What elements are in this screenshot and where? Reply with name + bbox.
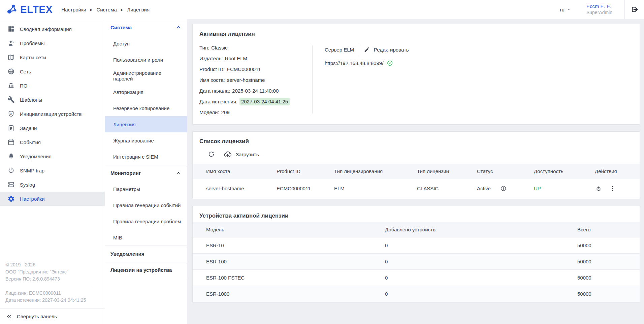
sidebar-footer: © 2019 - 2026 ООО "Предприятие "Элтекс" …	[0, 261, 105, 309]
sidebar-item-label: Syslog	[20, 182, 35, 188]
header: ELTEX Настройки Система Лицензия ru E	[0, 0, 644, 19]
submenu-item-label: Журналирование	[113, 138, 154, 143]
sidebar-item[interactable]: Уведомления	[0, 149, 105, 163]
sidebar-item[interactable]: Syslog	[0, 177, 105, 192]
license-field: Издатель:Root ELM	[199, 56, 312, 62]
license-field: Дата истечения:2027-03-24 04:41:25	[199, 99, 312, 105]
sidebar-item[interactable]: Задачи	[0, 121, 105, 135]
license-table-header: Имя хостаProduct IDТип лицензированияТип…	[193, 164, 640, 179]
submenu-item[interactable]: Лицензия	[105, 116, 187, 132]
edit-elm-server-button[interactable]: Редактировать	[364, 46, 409, 53]
breadcrumb-item[interactable]: Лицензия	[127, 7, 150, 12]
collapse-panel-button[interactable]: Свернуть панель	[0, 309, 105, 324]
sidebar-item[interactable]: Настройки	[0, 192, 105, 206]
submenu-item-label: Интеграция с SIEM	[113, 154, 158, 160]
edit-label: Редактировать	[374, 47, 409, 53]
info-icon[interactable]	[500, 185, 507, 192]
cell-product-id: ECMC0000011	[277, 186, 334, 191]
submenu-item[interactable]: Параметры	[105, 181, 187, 197]
cell-model: ESR-100	[206, 259, 385, 264]
sidebar-item-label: SNMP trap	[20, 168, 44, 173]
submenu-item[interactable]: Журналирование	[105, 132, 187, 149]
license-devices-card: Устройства активной лицензии МодельДобав…	[192, 206, 640, 302]
device-row: ESR-100 0 50000	[193, 254, 640, 270]
sidebar-item-label: Карты сети	[20, 55, 46, 60]
license-list-card: Список лицензий Загрузить Имя хостаProdu…	[192, 131, 640, 199]
submenu-item[interactable]: Правила генерации проблем	[105, 213, 187, 229]
license-expiry-text: Дата истечения: 2027-03-24 04:41:25	[5, 297, 99, 304]
logo[interactable]: ELTEX	[0, 4, 53, 15]
submenu-item[interactable]: Резервное копирование	[105, 100, 187, 116]
submenu-item[interactable]: Пользователи и роли	[105, 52, 187, 68]
sidebar-item-label: События	[20, 139, 41, 145]
check-circle-icon	[387, 60, 393, 66]
submenu-item[interactable]: Авторизация	[105, 84, 187, 100]
license-table-rows: server-hostname ECMC0000011 ELM CLASSIC …	[193, 179, 640, 198]
user-role: SuperAdmin	[586, 10, 612, 16]
sidebar-item[interactable]: Шаблоны	[0, 93, 105, 107]
submenu-item[interactable]: Администрирование паролей	[105, 68, 187, 84]
breadcrumb-item[interactable]: Настройки	[61, 7, 86, 12]
submenu-section-label: Лицензии на устройства	[110, 267, 172, 273]
content-row: Сводная информация Проблемы Карты сети С…	[0, 19, 644, 324]
sidebar-item[interactable]: Сеть	[0, 64, 105, 78]
sidebar-item[interactable]: Сводная информация	[0, 22, 105, 36]
dashboard-icon	[7, 25, 15, 33]
sidebar-item[interactable]: Проблемы	[0, 36, 105, 50]
license-field: Модели:209	[199, 109, 312, 116]
card-title: Активная лицензия	[193, 24, 640, 40]
submenu-item[interactable]: Правила генерации событий	[105, 197, 187, 213]
license-field-label: Имя хоста:	[199, 77, 225, 83]
language-selector[interactable]: ru	[560, 7, 571, 12]
license-table-row: server-hostname ECMC0000011 ELM CLASSIC …	[193, 179, 640, 198]
column-header: Product ID	[277, 168, 334, 174]
company-text: ООО "Предприятие "Элтекс"	[5, 268, 99, 276]
devices-table-header: МодельДобавлено устройствВсего	[193, 222, 640, 237]
collapse-panel-label: Свернуть панель	[17, 314, 57, 319]
license-field-value: Classic	[211, 45, 227, 51]
submenu-item[interactable]: Доступ	[105, 35, 187, 52]
upload-license-button[interactable]: Загрузить	[224, 150, 259, 158]
more-actions-icon[interactable]	[609, 185, 616, 192]
column-header: Статус	[477, 168, 534, 174]
sidebar-item[interactable]: События	[0, 135, 105, 149]
network-map-icon	[7, 54, 15, 61]
cell-model: ESR-10	[206, 242, 385, 248]
license-field-label: Дата начала:	[199, 88, 230, 94]
gear-icon	[7, 195, 15, 202]
refresh-button[interactable]	[207, 151, 215, 158]
submenu-section-header[interactable]: Мониторинг	[105, 165, 187, 181]
license-field-label: Издатель:	[199, 56, 223, 61]
breadcrumb-item[interactable]: Система	[96, 7, 117, 12]
header-right: ru Eccm E. E. SuperAdmin	[560, 0, 644, 19]
sidebar-item[interactable]: SNMP trap	[0, 163, 105, 177]
submenu-item-label: Резервное копирование	[113, 105, 169, 111]
license-field-value: 2027-03-24 04:41:25	[239, 98, 290, 105]
column-header: Имя хоста	[206, 168, 277, 174]
sidebar-item[interactable]: A Инициализация устройств	[0, 107, 105, 121]
submenu-section-header[interactable]: Уведомления	[105, 246, 187, 262]
license-field: Имя хоста:server-hostname	[199, 77, 312, 83]
sidebar-item-label: Шаблоны	[20, 97, 42, 103]
submenu-item-label: Правила генерации проблем	[113, 219, 181, 224]
cloud-upload-icon	[224, 150, 232, 158]
submenu-section-header[interactable]: Система	[105, 19, 187, 35]
cell-status: Active	[477, 185, 534, 192]
submenu-item[interactable]: MIB	[105, 229, 187, 246]
user-menu[interactable]: Eccm E. E. SuperAdmin	[586, 3, 612, 15]
submenu-section-header[interactable]: Лицензии на устройства	[105, 262, 187, 278]
sidebar-item[interactable]: ПО	[0, 78, 105, 93]
sidebar: Сводная информация Проблемы Карты сети С…	[0, 19, 105, 324]
column-header: Тип лицензии	[417, 168, 477, 174]
logout-button[interactable]	[624, 0, 644, 19]
tasks-icon	[7, 124, 15, 132]
license-field-label: Product ID:	[199, 66, 225, 72]
submenu-item[interactable]: Интеграция с SIEM	[105, 149, 187, 165]
problems-icon	[7, 39, 15, 47]
power-icon[interactable]	[595, 185, 602, 192]
sidebar-item-label: Уведомления	[20, 154, 52, 159]
cell-hostname: server-hostname	[206, 186, 277, 191]
elm-server-label: Сервер ELM	[325, 47, 354, 53]
sidebar-item[interactable]: Карты сети	[0, 50, 105, 64]
cell-total: 50000	[577, 291, 640, 297]
